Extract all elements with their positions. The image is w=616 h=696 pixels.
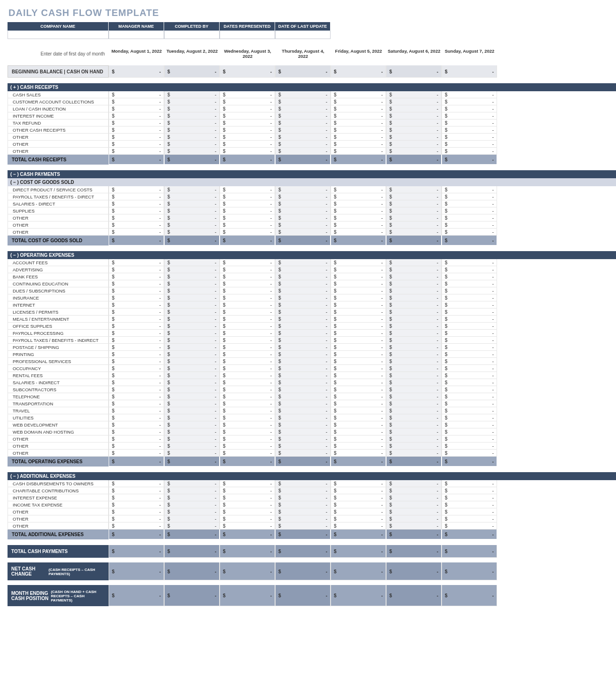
amount-cell[interactable]: $- [442,308,497,316]
amount-cell[interactable]: $- [275,515,331,522]
amount-cell[interactable]: $- [386,393,442,400]
amount-cell[interactable]: $- [220,494,275,501]
amount-cell[interactable]: $- [386,450,442,457]
amount-cell[interactable]: $- [331,585,386,606]
amount-cell[interactable]: $- [164,379,220,386]
amount-cell[interactable]: $- [109,119,164,127]
amount-cell[interactable]: $- [220,435,275,443]
amount-cell[interactable]: $- [442,91,497,98]
amount-cell[interactable]: $- [109,585,164,606]
amount-cell[interactable]: $- [386,316,442,323]
amount-cell[interactable]: $- [442,421,497,428]
amount-cell[interactable]: $- [275,435,331,443]
amount-cell[interactable]: $- [109,522,164,530]
amount-cell[interactable]: $- [109,400,164,407]
amount-cell[interactable]: $- [386,105,442,112]
amount-cell[interactable]: $- [275,301,331,308]
amount-cell[interactable]: $- [220,450,275,457]
amount-cell[interactable]: $- [109,141,164,148]
amount-cell[interactable]: $- [386,351,442,358]
amount-cell[interactable]: $- [220,585,275,606]
amount-cell[interactable]: $- [442,141,497,148]
amount-cell[interactable]: $- [331,530,386,539]
amount-cell[interactable]: $- [386,428,442,435]
amount-cell[interactable]: $- [331,421,386,428]
amount-cell[interactable]: $- [442,450,497,457]
amount-cell[interactable]: $- [220,562,275,580]
amount-cell[interactable]: $- [331,330,386,337]
amount-cell[interactable]: $- [331,414,386,421]
amount-cell[interactable]: $- [331,287,386,294]
amount-cell[interactable]: $- [109,414,164,421]
amount-cell[interactable]: $- [109,421,164,428]
amount-cell[interactable]: $- [275,508,331,515]
amount-cell[interactable]: $- [442,112,497,119]
amount-cell[interactable]: $- [164,193,220,200]
amount-cell[interactable]: $- [109,236,164,245]
amount-cell[interactable]: $- [442,522,497,530]
amount-cell[interactable]: $- [386,155,442,165]
amount-cell[interactable]: $- [164,98,220,105]
amount-cell[interactable]: $- [331,344,386,351]
amount-cell[interactable]: $- [220,112,275,119]
amount-cell[interactable]: $- [220,236,275,245]
amount-cell[interactable]: $- [220,214,275,221]
amount-cell[interactable]: $- [164,435,220,443]
amount-cell[interactable]: $- [275,379,331,386]
amount-cell[interactable]: $- [220,487,275,494]
amount-cell[interactable]: $- [164,200,220,207]
amount-cell[interactable]: $- [331,480,386,487]
amount-cell[interactable]: $- [386,134,442,141]
amount-cell[interactable]: $- [164,330,220,337]
amount-cell[interactable]: $- [220,386,275,393]
amount-cell[interactable]: $- [109,530,164,539]
amount-cell[interactable]: $- [109,344,164,351]
amount-cell[interactable]: $- [386,365,442,372]
amount-cell[interactable]: $- [220,105,275,112]
amount-cell[interactable]: $- [331,266,386,273]
amount-cell[interactable]: $- [331,308,386,316]
amount-cell[interactable]: $- [220,207,275,214]
amount-cell[interactable]: $- [109,287,164,294]
amount-cell[interactable]: $- [164,545,220,558]
amount-cell[interactable]: $- [164,501,220,508]
amount-cell[interactable]: $- [386,294,442,301]
amount-cell[interactable]: $- [275,530,331,539]
amount-cell[interactable]: $- [331,229,386,236]
amount-cell[interactable]: $- [164,337,220,344]
amount-cell[interactable]: $- [109,112,164,119]
amount-cell[interactable]: $- [164,112,220,119]
amount-cell[interactable]: $- [220,522,275,530]
amount-cell[interactable]: $- [220,457,275,467]
amount-cell[interactable]: $- [386,148,442,155]
amount-cell[interactable]: $- [164,393,220,400]
amount-cell[interactable]: $- [220,148,275,155]
amount-cell[interactable]: $- [220,127,275,134]
amount-cell[interactable]: $- [164,91,220,98]
amount-cell[interactable]: $- [164,494,220,501]
amount-cell[interactable]: $- [109,407,164,414]
amount-cell[interactable]: $- [164,508,220,515]
info-header-input[interactable] [275,31,331,39]
amount-cell[interactable]: $- [220,229,275,236]
amount-cell[interactable]: $- [331,393,386,400]
amount-cell[interactable]: $- [220,266,275,273]
amount-cell[interactable]: $- [442,501,497,508]
amount-cell[interactable]: $- [386,236,442,245]
amount-cell[interactable]: $- [220,141,275,148]
amount-cell[interactable]: $- [331,386,386,393]
amount-cell[interactable]: $- [386,308,442,316]
amount-cell[interactable]: $- [109,316,164,323]
amount-cell[interactable]: $- [386,221,442,229]
amount-cell[interactable]: $- [331,443,386,450]
amount-cell[interactable]: $- [220,545,275,558]
amount-cell[interactable]: $- [109,229,164,236]
amount-cell[interactable]: $- [109,259,164,266]
amount-cell[interactable]: $- [220,428,275,435]
amount-cell[interactable]: $- [275,229,331,236]
amount-cell[interactable]: $- [442,393,497,400]
amount-cell[interactable]: $- [275,308,331,316]
amount-cell[interactable]: $- [386,358,442,365]
amount-cell[interactable]: $- [331,372,386,379]
amount-cell[interactable]: $- [386,508,442,515]
